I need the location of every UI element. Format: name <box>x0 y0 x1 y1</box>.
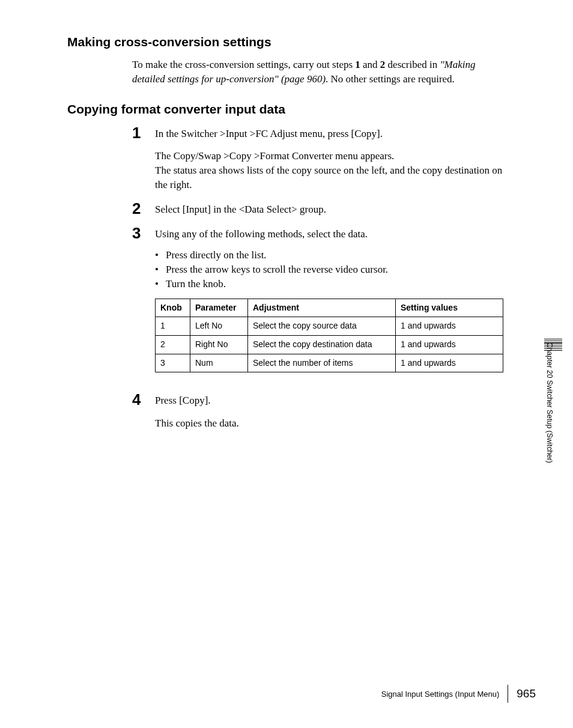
table-header: Knob <box>156 299 190 317</box>
table-cell: Left No <box>190 317 248 336</box>
table-row: 1 Left No Select the copy source data 1 … <box>156 317 503 336</box>
step-text: In the Switcher >Input >FC Adjust menu, … <box>155 127 510 141</box>
step-number: 4 <box>132 392 155 407</box>
step-detail: This copies the data. <box>155 416 510 431</box>
text-suffix: . No other settings are required. <box>326 73 455 85</box>
step-detail: The Copy/Swap >Copy >Format Converter me… <box>155 149 510 163</box>
step-text: Using any of the following methods, sele… <box>155 227 510 241</box>
step-1: 1 In the Switcher >Input >FC Adjust menu… <box>132 125 510 192</box>
table-header-row: Knob Parameter Adjustment Setting values <box>156 299 503 317</box>
step-number: 2 <box>132 201 155 216</box>
text-mid1: and <box>360 59 380 70</box>
chapter-side-label: Chapter 20 Switcher Setup (Switcher) <box>545 342 554 463</box>
table-header: Setting values <box>396 299 503 317</box>
table-cell: 1 and upwards <box>396 335 503 354</box>
text-mid2: described in <box>385 59 440 70</box>
table-row: 2 Right No Select the copy destination d… <box>156 335 503 354</box>
footer-divider <box>508 685 508 703</box>
footer-section-name: Signal Input Settings (Input Menu) <box>381 690 508 699</box>
table-row: 3 Num Select the number of items 1 and u… <box>156 354 503 372</box>
table-cell: Num <box>190 354 248 372</box>
bullet-item: Press the arrow keys to scroll the rever… <box>155 262 510 277</box>
step-3: 3 Using any of the following methods, se… <box>132 225 510 384</box>
step-text: Select [Input] in the <Data Select> grou… <box>155 202 510 217</box>
table-cell: Select the copy destination data <box>248 335 396 354</box>
table-cell: Right No <box>190 335 248 354</box>
bullet-item: Turn the knob. <box>155 277 510 291</box>
text-prefix: To make the cross-conversion settings, c… <box>132 59 355 70</box>
table-cell: Select the number of items <box>248 354 396 372</box>
step-detail: The status area shows lists of the copy … <box>155 163 510 192</box>
step-number: 3 <box>132 225 155 241</box>
knob-parameter-table: Knob Parameter Adjustment Setting values… <box>155 299 503 372</box>
table-header: Parameter <box>190 299 248 317</box>
step-ref-1: 1 <box>355 59 360 70</box>
table-cell: 1 and upwards <box>396 354 503 372</box>
page-number: 965 <box>517 687 536 700</box>
table-cell: 3 <box>156 354 190 372</box>
section-heading-cross-conversion: Making cross-conversion settings <box>67 35 510 49</box>
cross-conversion-paragraph: To make the cross-conversion settings, c… <box>132 58 510 86</box>
table-header: Adjustment <box>248 299 396 317</box>
step-2: 2 Select [Input] in the <Data Select> gr… <box>132 201 510 217</box>
bullet-item: Press directly on the list. <box>155 248 510 262</box>
table-cell: 1 and upwards <box>396 317 503 336</box>
table-cell: Select the copy source data <box>248 317 396 336</box>
table-cell: 1 <box>156 317 190 336</box>
step-4: 4 Press [Copy]. This copies the data. <box>132 392 510 431</box>
step-text: Press [Copy]. <box>155 393 510 408</box>
page-footer: Signal Input Settings (Input Menu) 965 <box>381 685 536 703</box>
table-cell: 2 <box>156 335 190 354</box>
step-number: 1 <box>132 125 155 141</box>
section-heading-copying-data: Copying format converter input data <box>67 102 510 117</box>
